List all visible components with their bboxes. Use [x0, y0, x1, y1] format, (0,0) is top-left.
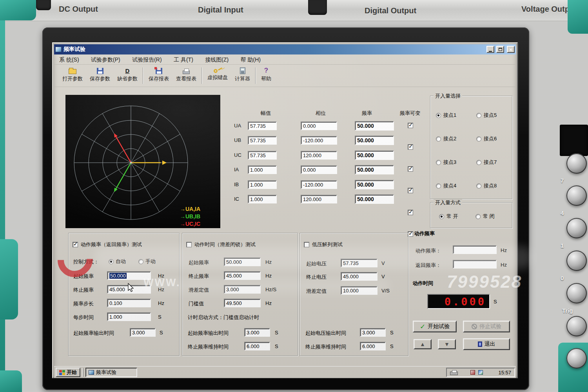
frequency-input[interactable]: 50.000 — [355, 180, 394, 189]
view-report-button[interactable]: 查看报表 — [172, 65, 200, 83]
start-frequency-input[interactable]: 50.000 — [107, 271, 151, 280]
end-frequency-input[interactable]: 45.000 — [224, 271, 261, 280]
start-frequency-input[interactable]: 50.000 — [224, 258, 261, 266]
printer-icon[interactable] — [450, 372, 458, 375]
manual-radio[interactable]: 手动 — [138, 258, 156, 265]
lv-test-enable-checkbox[interactable]: 低压解列测试 — [304, 241, 343, 248]
amplitude-input[interactable]: 1.000 — [248, 165, 277, 174]
open-params-button[interactable]: 打开参数 — [59, 65, 86, 83]
normally-closed-radio[interactable]: 常 闭 — [475, 213, 495, 220]
end-freq-hold-time-input[interactable]: 6.000 — [244, 342, 270, 350]
down-button[interactable] — [438, 339, 456, 349]
menu-test-params[interactable]: 试验参数(P) — [86, 54, 125, 65]
calculator-button[interactable]: 计算器 — [231, 65, 254, 83]
device-display-window — [560, 125, 588, 156]
amplitude-input[interactable]: 1.000 — [248, 195, 277, 203]
close-button[interactable] — [507, 46, 515, 53]
normally-open-radio[interactable]: 常 开 — [439, 213, 458, 220]
contact-6-radio[interactable]: 接点6 — [476, 135, 497, 142]
freq-variable-checkbox[interactable] — [408, 231, 413, 237]
phase-input[interactable]: -120.000 — [301, 180, 337, 189]
freq-variable-checkbox[interactable] — [408, 123, 413, 128]
frequency-input[interactable]: 50.000 — [355, 165, 394, 174]
phase-input[interactable]: 120.000 — [301, 195, 337, 203]
exit-button[interactable]: 退出 — [463, 338, 510, 350]
auto-radio[interactable]: 自动 — [109, 258, 126, 265]
check-icon — [420, 323, 425, 330]
frequency-input[interactable]: 50.000 — [355, 121, 394, 131]
field-label: 终止电压 — [306, 274, 327, 281]
end-freq-hold-time-input[interactable]: 6.000 — [360, 342, 386, 350]
amplitude-input[interactable]: 57.735 — [248, 122, 277, 130]
start-menu-button[interactable]: 开始 — [56, 368, 80, 377]
contact-1-radio[interactable]: 接点1 — [436, 112, 456, 119]
start-voltage-output-time-input[interactable]: 3.000 — [360, 328, 386, 337]
radio-icon — [109, 259, 114, 264]
amplitude-input[interactable]: 57.735 — [248, 151, 277, 160]
amplitude-input[interactable]: 1.000 — [248, 180, 277, 189]
save-report-button[interactable]: 保存报表 — [145, 65, 172, 83]
tray-icon[interactable] — [470, 370, 475, 375]
stop-test-button[interactable]: 停止试验 — [463, 321, 510, 332]
radio-icon — [436, 183, 441, 189]
default-params-button[interactable]: 缺省参数 — [114, 65, 141, 83]
menu-system[interactable]: 系 统(S) — [54, 54, 84, 65]
frequency-input[interactable]: 50.000 — [355, 151, 394, 160]
slip-setting-input[interactable]: 3.000 — [224, 285, 261, 294]
contact-4-radio[interactable]: 接点4 — [436, 182, 456, 189]
minimize-button[interactable] — [486, 46, 494, 53]
freq-test-enable-checkbox[interactable]: 动作频率（返回频率）测试 — [73, 241, 142, 248]
phase-input[interactable]: 120.000 — [301, 151, 337, 160]
phase-input[interactable]: 0.000 — [301, 122, 337, 130]
task-button-frequency-test[interactable]: 频率试验 — [85, 368, 137, 377]
menu-test-report[interactable]: 试验报告(R) — [127, 54, 167, 65]
save-icon — [97, 68, 103, 74]
end-voltage-input[interactable]: 45.000 — [341, 272, 377, 281]
contact-2-radio[interactable]: 接点2 — [436, 135, 456, 142]
taskbar: 开始 频率试验 15:57 — [54, 366, 516, 378]
freq-variable-checkbox[interactable] — [408, 210, 413, 215]
case-corner-top-right — [568, 0, 588, 34]
up-button[interactable] — [414, 339, 432, 349]
phase-input[interactable]: -120.000 — [301, 136, 337, 145]
contact-8-radio[interactable]: 接点8 — [476, 182, 497, 189]
start-test-button[interactable]: 开始试验 — [413, 321, 457, 332]
start-voltage-input[interactable]: 57.735 — [341, 259, 377, 267]
frequency-input[interactable]: 50.000 — [355, 194, 394, 204]
contact-7-radio[interactable]: 接点7 — [476, 159, 497, 166]
phase-input[interactable]: 0.000 — [301, 165, 337, 174]
start-freq-output-time-input[interactable]: 3.000 — [130, 328, 156, 337]
menu-tools[interactable]: 工 具(T) — [169, 54, 198, 65]
freq-variable-checkbox[interactable] — [408, 144, 413, 150]
maximize-button[interactable] — [496, 46, 504, 53]
help-button[interactable]: 帮助 — [258, 65, 275, 83]
frequency-input[interactable]: 50.000 — [355, 136, 394, 145]
menu-wiring-diagram[interactable]: 接线图(Z) — [200, 54, 234, 65]
knob-label-trig: Trig — [562, 307, 573, 314]
slip-setting-input[interactable]: 10.000 — [341, 286, 377, 295]
frequency-step-input[interactable]: 0.100 — [107, 299, 151, 307]
case-edge-left — [0, 0, 5, 392]
field-label: 终止频率维持时间 — [305, 343, 346, 350]
virtual-keyboard-button[interactable]: 虚拟键盘 — [204, 65, 231, 82]
step-time-input[interactable]: 1.000 — [107, 312, 151, 321]
freq-test-panel: 动作频率（返回频率）测试 控制方式： 自动 手动 起始频率 50.000 Hz … — [68, 233, 180, 356]
unit-label: S — [390, 343, 394, 349]
tray-icon[interactable] — [478, 370, 483, 375]
threshold-input[interactable]: 49.500 — [224, 299, 261, 307]
checkbox-icon — [304, 242, 309, 247]
freq-variable-checkbox[interactable] — [408, 166, 413, 172]
contact-3-radio[interactable]: 接点3 — [436, 159, 456, 166]
contact-5-radio[interactable]: 接点5 — [476, 112, 497, 119]
save-params-button[interactable]: 保存参数 — [86, 65, 114, 83]
clock: 15:57 — [498, 370, 511, 376]
freq-variable-checkbox[interactable] — [408, 188, 413, 193]
start-freq-output-time-input[interactable]: 3.000 — [244, 328, 270, 337]
toolbar-separator — [255, 67, 256, 84]
unit-label: Hz — [265, 300, 272, 306]
field-label: 起始电压 — [306, 260, 327, 267]
field-label: 滑差定值 — [189, 287, 209, 294]
menu-help[interactable]: 帮 助(H) — [236, 54, 266, 65]
time-test-enable-checkbox[interactable]: 动作时间（滑差闭锁）测试 — [186, 241, 256, 248]
amplitude-input[interactable]: 57.735 — [248, 136, 277, 145]
